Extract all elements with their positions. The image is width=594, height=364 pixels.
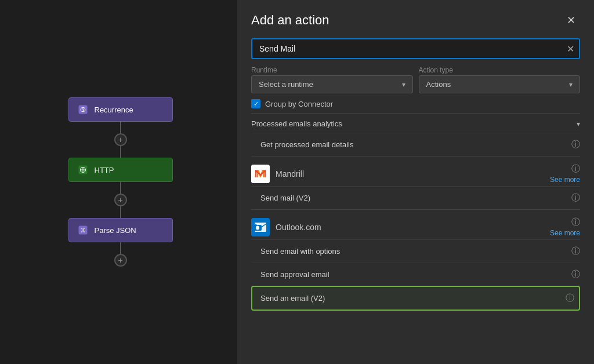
connector-line-3	[120, 182, 121, 194]
node-http[interactable]: HTTP	[68, 158, 173, 182]
action-label-send-email-v2: Send an email (V2)	[260, 294, 325, 303]
group-by-connector-row[interactable]: ✓ Group by Connector	[237, 99, 594, 113]
outlook-connector-right: ⓘ See more	[550, 217, 580, 237]
outlook-connector-left: Outlook.com	[251, 218, 321, 236]
panel-title: Add an action	[251, 13, 329, 28]
processed-emails-group-left: Processed emails analytics	[251, 119, 342, 128]
runtime-select[interactable]: Select a runtime ▾	[251, 75, 413, 93]
info-icon-outlook[interactable]: ⓘ	[571, 217, 580, 228]
outlook-connector-header: Outlook.com ⓘ See more	[251, 209, 580, 239]
recurrence-icon	[77, 104, 89, 115]
search-clear-icon[interactable]: ✕	[567, 43, 574, 54]
mandrill-connector-left: M Mandrill	[251, 165, 304, 183]
connector-line-2	[120, 146, 121, 158]
runtime-label: Runtime	[251, 66, 413, 74]
mandrill-connector-right: ⓘ See more	[550, 163, 580, 184]
action-label-get-processed: Get processed email details	[260, 140, 353, 149]
outlook-connector-name: Outlook.com	[276, 223, 321, 232]
svg-point-10	[256, 225, 259, 230]
action-type-value: Actions	[426, 80, 451, 89]
group-by-connector-label: Group by Connector	[265, 100, 333, 108]
add-step-1[interactable]: +	[114, 133, 127, 146]
mandrill-logo: M	[251, 165, 270, 183]
info-icon-send-mail-v2[interactable]: ⓘ	[571, 192, 580, 203]
action-label-send-mail-v2: Send mail (V2)	[260, 194, 310, 202]
action-get-processed-email[interactable]: Get processed email details ⓘ	[251, 133, 580, 156]
node-parse-json[interactable]: Parse JSON	[68, 218, 173, 242]
panel-header: Add an action ✕	[237, 0, 594, 38]
action-send-approval-email[interactable]: Send approval email ⓘ	[251, 263, 580, 286]
action-send-email-with-options[interactable]: Send email with options ⓘ	[251, 239, 580, 263]
processed-emails-title: Processed emails analytics	[251, 119, 342, 128]
connector-line-1	[120, 122, 121, 133]
info-icon-send-email-options[interactable]: ⓘ	[571, 246, 580, 257]
filters-row: Runtime Select a runtime ▾ Action type A…	[237, 66, 594, 99]
canvas-area: Recurrence + HTTP +	[0, 0, 241, 364]
http-label: HTTP	[95, 166, 114, 174]
info-icon-send-approval[interactable]: ⓘ	[571, 269, 580, 280]
action-label-send-email-options: Send email with options	[260, 247, 340, 256]
info-icon-get-processed[interactable]: ⓘ	[571, 139, 580, 150]
processed-emails-group-header[interactable]: Processed emails analytics ▾	[251, 113, 580, 133]
add-step-2[interactable]: +	[114, 194, 127, 206]
action-label-send-approval: Send approval email	[260, 270, 329, 279]
info-icon-mandrill[interactable]: ⓘ	[571, 163, 580, 174]
results-list: Processed emails analytics ▾ Get process…	[237, 113, 594, 364]
outlook-see-more[interactable]: See more	[550, 229, 580, 237]
connector-line-5	[120, 242, 121, 254]
node-recurrence[interactable]: Recurrence	[68, 97, 173, 122]
http-icon	[77, 164, 89, 176]
close-button[interactable]: ✕	[562, 12, 580, 29]
mandrill-see-more[interactable]: See more	[550, 176, 580, 184]
processed-emails-chevron: ▾	[577, 120, 580, 128]
action-type-chevron: ▾	[569, 81, 573, 89]
search-row: ✕	[237, 38, 594, 66]
connector-line-4	[120, 206, 121, 218]
action-type-filter-group: Action type Actions ▾	[419, 66, 581, 93]
action-type-label: Action type	[419, 66, 581, 74]
info-icon-send-email-v2[interactable]: ⓘ	[566, 293, 574, 304]
action-type-select[interactable]: Actions ▾	[419, 75, 581, 93]
recurrence-label: Recurrence	[95, 105, 133, 114]
search-input-wrap: ✕	[251, 38, 580, 59]
action-send-mail-v2[interactable]: Send mail (V2) ⓘ	[251, 186, 580, 209]
add-step-3[interactable]: +	[114, 254, 127, 267]
runtime-filter-group: Runtime Select a runtime ▾	[251, 66, 413, 93]
runtime-chevron: ▾	[402, 81, 405, 89]
group-by-connector-checkbox[interactable]: ✓	[251, 99, 260, 108]
add-action-panel: Add an action ✕ ✕ Runtime Select a runti…	[237, 0, 594, 364]
search-input[interactable]	[251, 38, 580, 59]
mandrill-connector-header: M Mandrill ⓘ See more	[251, 156, 580, 186]
parse-json-icon	[77, 224, 89, 236]
action-send-email-v2[interactable]: Send an email (V2) ⓘ	[251, 286, 580, 311]
runtime-value: Select a runtime	[259, 80, 313, 89]
flow-container: Recurrence + HTTP +	[68, 97, 173, 267]
outlook-logo	[251, 218, 270, 236]
mandrill-connector-name: Mandrill	[276, 169, 304, 179]
parse-json-label: Parse JSON	[95, 226, 136, 235]
svg-rect-4	[78, 226, 87, 235]
svg-text:M: M	[256, 168, 265, 180]
